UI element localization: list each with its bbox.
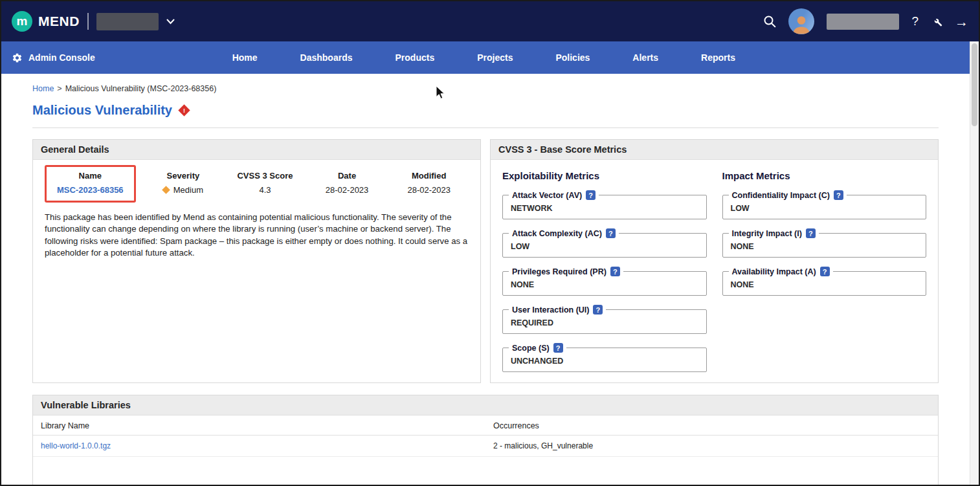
annotation-highlight-box: Name MSC-2023-68356 (45, 165, 136, 203)
metric-value: NONE (511, 280, 698, 289)
gear-icon (12, 52, 23, 63)
exploitability-title: Exploitability Metrics (502, 170, 707, 181)
metric-value: LOW (731, 204, 919, 213)
breadcrumb-current: Malicious Vulnerability (MSC-2023-68356) (65, 84, 217, 93)
nav-item-products[interactable]: Products (395, 52, 435, 63)
help-tooltip-icon[interactable]: ? (610, 267, 620, 276)
metric-attack-complexity: Attack Complexity (AC) ? LOW (502, 233, 707, 258)
modified-value: 28-02-2023 (388, 185, 470, 195)
org-name-redacted[interactable] (96, 13, 159, 30)
breadcrumb-home-link[interactable]: Home (32, 84, 54, 93)
nav-item-reports[interactable]: Reports (701, 52, 735, 63)
scrollbar-thumb[interactable] (972, 43, 977, 126)
help-tooltip-icon[interactable]: ? (553, 343, 563, 353)
table-row: hello-world-1.0.0.tgz 2 - malicious, GH_… (33, 436, 938, 457)
help-tooltip-icon[interactable]: ? (834, 190, 843, 200)
main-navbar: Admin Console Home Dashboards Products P… (1, 41, 970, 74)
metric-value: REQUIRED (511, 318, 698, 327)
column-header-modified: Modified (388, 171, 470, 181)
metric-label: Privileges Required (PR) (512, 267, 607, 276)
nav-item-dashboards[interactable]: Dashboards (300, 52, 353, 63)
vulnerable-libraries-panel: Vulnerable Libraries Library Name Occurr… (32, 395, 939, 486)
column-date: Date 28-02-2023 (306, 165, 388, 203)
metric-value: NONE (731, 242, 919, 251)
mend-logo-icon[interactable]: m (12, 11, 32, 32)
metric-value: UNCHANGED (511, 357, 698, 366)
library-name-link[interactable]: hello-world-1.0.0.tgz (41, 441, 111, 450)
breadcrumb: Home>Malicious Vulnerability (MSC-2023-6… (1, 74, 970, 93)
metric-scope: Scope (S) ? UNCHANGED (502, 348, 707, 372)
cvss-panel-title: CVSS 3 - Base Score Metrics (491, 140, 938, 160)
malicious-diamond-icon: ! (178, 104, 190, 116)
help-tooltip-icon[interactable]: ? (593, 305, 603, 315)
date-value: 28-02-2023 (306, 185, 388, 195)
metric-attack-vector: Attack Vector (AV) ? NETWORK (502, 195, 707, 219)
nav-item-projects[interactable]: Projects (477, 52, 513, 63)
metric-label: Attack Vector (AV) (512, 191, 582, 200)
metric-value: NETWORK (511, 204, 698, 213)
top-header-bar: m MEND ? → (1, 1, 979, 41)
general-details-table: Name MSC-2023-68356 Severity Medium CVSS… (43, 165, 470, 203)
column-header-library-name: Library Name (33, 415, 485, 436)
brand-name[interactable]: MEND (38, 14, 80, 29)
metric-value: LOW (511, 242, 698, 251)
mend-app-window: m MEND ? → Admin Console (0, 0, 980, 486)
help-tooltip-icon[interactable]: ? (806, 228, 816, 238)
chevron-down-icon[interactable] (166, 19, 175, 25)
exploitability-metrics-column: Exploitability Metrics Attack Vector (AV… (502, 169, 707, 383)
impact-metrics-column: Impact Metrics Confidentiality Impact (C… (722, 169, 927, 383)
occurrences-value: 2 - malicious, GH_vulnerable (485, 436, 938, 457)
cvss-metrics-panel: CVSS 3 - Base Score Metrics Exploitabili… (490, 139, 939, 383)
cvss-body: Exploitability Metrics Attack Vector (AV… (491, 160, 938, 383)
panels-row: General Details Name MSC-2023-68356 Seve… (32, 139, 939, 383)
metric-label: Integrity Impact (I) (732, 229, 802, 238)
help-tooltip-icon[interactable]: ? (606, 228, 616, 238)
help-tooltip-icon[interactable]: ? (586, 190, 596, 200)
user-avatar[interactable] (788, 8, 814, 34)
page-title: Malicious Vulnerability (32, 103, 172, 118)
admin-console-label: Admin Console (28, 52, 95, 63)
cvss-score-value: 4.3 (224, 185, 306, 195)
wrench-icon[interactable] (931, 16, 942, 27)
column-header-name: Name (49, 171, 131, 181)
user-name-redacted[interactable] (827, 14, 899, 30)
column-header-severity: Severity (142, 171, 225, 181)
admin-console-button[interactable]: Admin Console (12, 52, 95, 63)
metric-label: User Interaction (UI) (512, 305, 589, 315)
column-header-date: Date (306, 171, 388, 181)
title-row: Malicious Vulnerability ! (32, 103, 970, 118)
column-severity: Severity Medium (142, 165, 225, 203)
metric-label: Attack Complexity (AC) (512, 229, 602, 238)
help-tooltip-icon[interactable]: ? (820, 267, 830, 276)
brand-divider (87, 13, 89, 30)
column-header-occurrences: Occurrences (485, 415, 938, 436)
vulnerable-libraries-title: Vulnerable Libraries (33, 395, 938, 415)
general-details-body: Name MSC-2023-68356 Severity Medium CVSS… (33, 160, 480, 260)
vulnerability-id-link[interactable]: MSC-2023-68356 (49, 185, 131, 195)
search-icon[interactable] (763, 15, 776, 28)
metric-confidentiality-impact: Confidentiality Impact (C) ? LOW (722, 195, 927, 219)
column-cvss-score: CVSS 3 Score 4.3 (224, 165, 306, 203)
nav-item-policies[interactable]: Policies (555, 52, 590, 63)
help-icon[interactable]: ? (911, 14, 919, 28)
metric-label: Scope (S) (512, 344, 550, 353)
metric-user-interaction: User Interaction (UI) ? REQUIRED (502, 309, 707, 334)
topbar-actions: ? → (763, 8, 968, 34)
vulnerability-description: This package has been identified by Mend… (45, 212, 469, 260)
vertical-scrollbar[interactable] (970, 41, 979, 485)
nav-item-alerts[interactable]: Alerts (632, 52, 658, 63)
page-content: Home>Malicious Vulnerability (MSC-2023-6… (1, 74, 970, 486)
metric-availability-impact: Availability Impact (A) ? NONE (722, 271, 927, 296)
metric-value: NONE (731, 280, 919, 289)
metric-integrity-impact: Integrity Impact (I) ? NONE (722, 233, 927, 258)
logout-arrow-icon[interactable]: → (955, 15, 968, 28)
brand: m MEND (12, 11, 175, 32)
impact-title: Impact Metrics (722, 170, 927, 181)
general-details-title: General Details (33, 140, 480, 160)
nav-item-home[interactable]: Home (232, 52, 258, 63)
general-details-panel: General Details Name MSC-2023-68356 Seve… (32, 139, 481, 383)
metric-privileges-required: Privileges Required (PR) ? NONE (502, 271, 707, 296)
vulnerable-libraries-table: Library Name Occurrences hello-world-1.0… (33, 415, 938, 457)
severity-value: Medium (142, 185, 225, 195)
severity-medium-icon (162, 186, 170, 194)
